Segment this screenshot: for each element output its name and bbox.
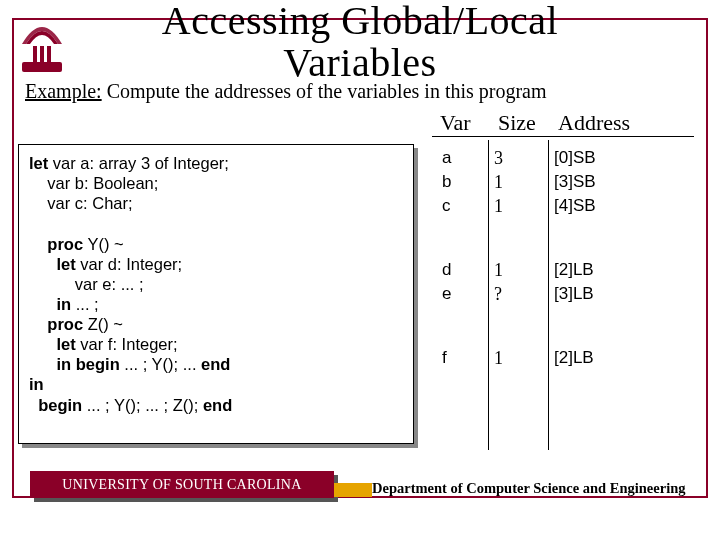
cell-size: 1 [494, 348, 552, 370]
svg-rect-2 [40, 46, 44, 64]
cell-var: f [442, 348, 492, 370]
proc-kw: proc [47, 315, 83, 333]
let-kw: let [57, 335, 76, 353]
header-address: Address [558, 110, 630, 136]
cell-size: 1 [494, 196, 552, 218]
table-row: f 1 [2]LB [442, 348, 596, 370]
cell-addr: [4]SB [554, 196, 596, 218]
table-gap [442, 308, 596, 346]
svg-rect-1 [33, 46, 37, 64]
table-row: a 3 [0]SB [442, 148, 596, 170]
svg-rect-3 [47, 46, 51, 64]
cell-addr: [2]LB [554, 260, 596, 282]
cell-var: c [442, 196, 492, 218]
cell-addr: [2]LB [554, 348, 596, 370]
cell-size: ? [494, 284, 552, 306]
university-logo-icon [18, 22, 66, 78]
header-var: Var [440, 110, 471, 136]
begin-kw: begin [38, 396, 82, 414]
variable-table: a 3 [0]SB b 1 [3]SB c 1 [4]SB d 1 [2]LB … [440, 146, 598, 372]
cell-var: e [442, 284, 492, 306]
end-kw: end [203, 396, 232, 414]
cell-addr: [3]SB [554, 172, 596, 194]
proc-kw: proc [47, 235, 83, 253]
title-line-2: Variables [283, 40, 436, 85]
code-listing: let var a: array 3 of Integer; var b: Bo… [18, 144, 414, 444]
header-rule [432, 136, 694, 137]
in-kw: in begin [57, 355, 120, 373]
footer-university: UNIVERSITY OF SOUTH CAROLINA [30, 471, 334, 498]
table-row: b 1 [3]SB [442, 172, 596, 194]
cell-var: d [442, 260, 492, 282]
cell-size: 1 [494, 172, 552, 194]
cell-addr: [0]SB [554, 148, 596, 170]
header-size: Size [498, 110, 536, 136]
table-row: d 1 [2]LB [442, 260, 596, 282]
cell-var: a [442, 148, 492, 170]
in-kw: in [57, 295, 72, 313]
cell-var: b [442, 172, 492, 194]
footer-accent-bar [334, 483, 372, 497]
cell-addr: [3]LB [554, 284, 596, 306]
table-row: c 1 [4]SB [442, 196, 596, 218]
in-kw: in [29, 375, 44, 393]
title-line-1: Accessing Global/Local [162, 0, 558, 43]
end-kw: end [201, 355, 230, 373]
let-kw: let [29, 154, 48, 172]
let-kw: let [57, 255, 76, 273]
cell-size: 1 [494, 260, 552, 282]
footer-department: Department of Computer Science and Engin… [372, 480, 685, 497]
slide-title: Accessing Global/Local Variables [0, 0, 720, 84]
table-gap [442, 220, 596, 258]
table-row: e ? [3]LB [442, 284, 596, 306]
cell-size: 3 [494, 148, 552, 170]
